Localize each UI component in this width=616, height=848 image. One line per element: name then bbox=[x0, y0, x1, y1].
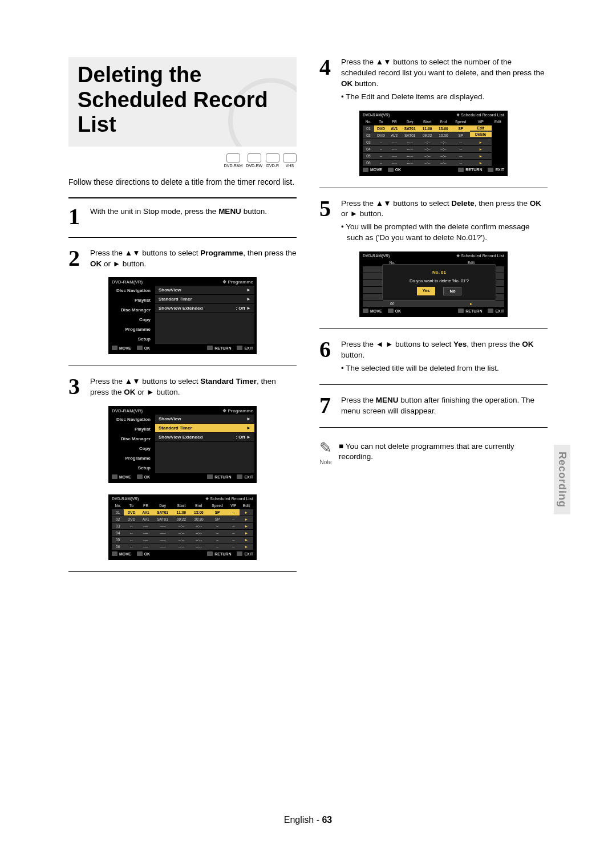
note-text: You can not delete programmes that are c… bbox=[339, 439, 548, 463]
step-text: Press the MENU button after finishing th… bbox=[341, 395, 548, 417]
note-label: Note bbox=[319, 459, 331, 465]
dialog-title: No. 01 bbox=[432, 270, 446, 275]
step-5: 5 Press the ▲▼ buttons to select Delete,… bbox=[319, 198, 548, 244]
step-number: 3 bbox=[68, 376, 86, 397]
dialog-no-button[interactable]: No bbox=[443, 287, 461, 295]
media-badge-dvd-rw: DVD-RW bbox=[246, 153, 262, 168]
media-badge-dvd-ram: DVD-RAM bbox=[224, 153, 243, 168]
osd-scheduled-list: DVD-RAM(VR)❖ Scheduled Record ListNo.ToP… bbox=[108, 494, 257, 560]
osd-delete-dialog: DVD-RAM(VR)❖ Scheduled Record ListNo.Edi… bbox=[359, 251, 508, 317]
step-number: 7 bbox=[319, 395, 337, 416]
step-text: Press the ▲▼ buttons to select Delete, t… bbox=[341, 198, 548, 244]
step-text: Press the ▲▼ buttons to select the numbe… bbox=[341, 57, 548, 103]
step-1: 1 With the unit in Stop mode, press the … bbox=[68, 206, 297, 227]
section-tab-recording: Recording bbox=[554, 445, 570, 514]
note-block: ✎ Note You can not delete programmes tha… bbox=[319, 439, 548, 465]
step-2: 2 Press the ▲▼ buttons to select Program… bbox=[68, 248, 297, 270]
step-number: 1 bbox=[68, 206, 86, 227]
intro-text: Follow these directions to delete a titl… bbox=[68, 177, 297, 188]
step-text: Press the ▲▼ buttons to select Programme… bbox=[90, 248, 297, 270]
delete-confirm-dialog: No. 01Do you want to delete 'No. 01'?Yes… bbox=[382, 264, 496, 301]
step-number: 2 bbox=[68, 248, 86, 269]
page-footer: English - 63 bbox=[0, 815, 616, 825]
footer-language: English bbox=[284, 815, 314, 825]
step-6: 6 Press the ◄ ► buttons to select Yes, t… bbox=[319, 339, 548, 374]
media-badge-vhs: VHS bbox=[283, 153, 297, 168]
step-3: 3 Press the ▲▼ buttons to select Standar… bbox=[68, 376, 297, 398]
osd-programme-menu: DVD-RAM(VR)❖ ProgrammeDisc NavigationPla… bbox=[108, 277, 257, 354]
media-badge-dvd-r: DVD-R bbox=[266, 153, 279, 168]
step-4: 4 Press the ▲▼ buttons to select the num… bbox=[319, 57, 548, 103]
step-text: With the unit in Stop mode, press the ME… bbox=[90, 206, 297, 217]
step-number: 5 bbox=[319, 198, 337, 219]
osd-programme-menu-selected: DVD-RAM(VR)❖ ProgrammeDisc NavigationPla… bbox=[108, 406, 257, 483]
step-text: Press the ▲▼ buttons to select Standard … bbox=[90, 376, 297, 398]
step-text: Press the ◄ ► buttons to select Yes, the… bbox=[341, 339, 548, 374]
osd-scheduled-list-edit: DVD-RAM(VR)❖ Scheduled Record ListNo.ToP… bbox=[359, 111, 508, 176]
title-panel: Deleting the Scheduled Record List bbox=[68, 57, 297, 147]
dialog-yes-button[interactable]: Yes bbox=[417, 287, 436, 295]
media-badges-row: DVD-RAMDVD-RWDVD-RVHS bbox=[68, 153, 297, 168]
step-number: 6 bbox=[319, 339, 337, 360]
dialog-message: Do you want to delete 'No. 01'? bbox=[410, 278, 469, 283]
step-7: 7 Press the MENU button after finishing … bbox=[319, 395, 548, 417]
note-icon: ✎ bbox=[319, 439, 332, 457]
step-number: 4 bbox=[319, 57, 337, 78]
footer-page-number: 63 bbox=[322, 815, 332, 825]
